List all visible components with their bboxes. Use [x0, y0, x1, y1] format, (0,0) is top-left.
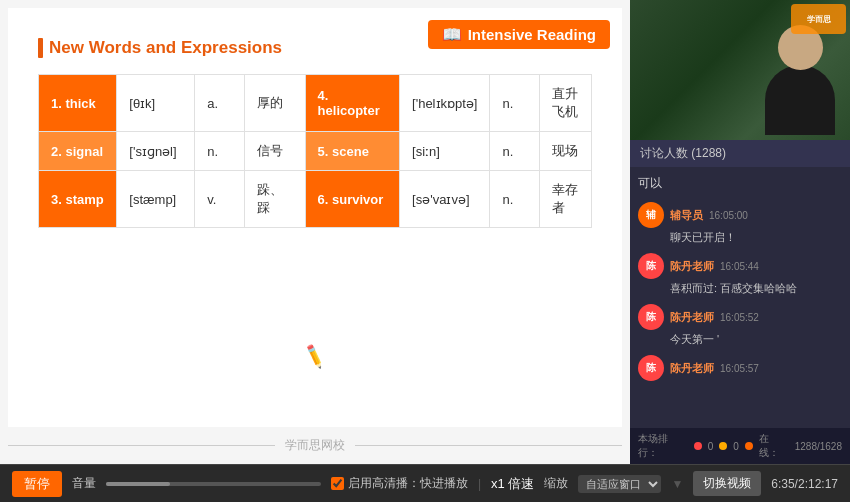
- speed-button[interactable]: x1 倍速: [491, 475, 534, 493]
- word-cell-right: 4. helicopter: [305, 75, 399, 132]
- pos-right: n.: [490, 132, 540, 171]
- webcam-bg: 学而思: [630, 0, 850, 140]
- table-row: 1. thick [θɪk] a. 厚的 4. helicopter ['hel…: [39, 75, 592, 132]
- phonetic-cell: [stæmp]: [117, 171, 195, 228]
- divider2: ▼: [671, 477, 683, 491]
- table-row: 2. signal ['sɪɡnəl] n. 信号 5. scene [siːn…: [39, 132, 592, 171]
- pause-button[interactable]: 暂停: [12, 471, 62, 497]
- volume-slider[interactable]: [106, 482, 321, 486]
- watermark-text: 学而思网校: [285, 437, 345, 454]
- word-cell-right: 5. scene: [305, 132, 399, 171]
- meaning-right: 幸存者: [540, 171, 592, 228]
- meaning-right: 现场: [540, 132, 592, 171]
- sidebar-footer: 本场排行： 0 0 在线： 1288/1628: [630, 428, 850, 464]
- chat-message: 陈 陈丹老师 16:05:57: [638, 355, 842, 381]
- chat-text: 喜积而过: 百感交集哈哈哈: [670, 281, 842, 296]
- word-cell: 2. signal: [39, 132, 117, 171]
- pos-right: n.: [490, 171, 540, 228]
- chat-message: 辅 辅导员 16:05:00 聊天已开启！: [638, 202, 842, 245]
- phonetic-cell-right: [siːn]: [400, 132, 490, 171]
- avatar: 陈: [638, 304, 664, 330]
- vocab-table: 1. thick [θɪk] a. 厚的 4. helicopter ['hel…: [38, 74, 592, 228]
- chat-message: 陈 陈丹老师 16:05:44 喜积而过: 百感交集哈哈哈: [638, 253, 842, 296]
- red-dot-icon: [694, 442, 702, 450]
- meaning-left: 信号: [245, 132, 305, 171]
- avatar: 陈: [638, 253, 664, 279]
- chat-msg-header: 陈 陈丹老师 16:05:44: [638, 253, 842, 279]
- chat-name: 陈丹老师: [670, 361, 714, 376]
- chat-name: 辅导员: [670, 208, 703, 223]
- chat-area: 讨论人数 (1288) 可以 辅 辅导员 16:05:00 聊天已: [630, 140, 850, 464]
- chat-message: 陈 陈丹老师 16:05:52 今天第一 ': [638, 304, 842, 347]
- chat-time: 16:05:00: [709, 210, 748, 221]
- controls-bar: 暂停 音量 启用高清播：快进播放 | x1 倍速 缩放 自适应窗口 ▼ 切换视频…: [0, 464, 850, 502]
- chat-message-simple: 可以: [638, 173, 842, 194]
- chat-name: 陈丹老师: [670, 310, 714, 325]
- teacher-body: [765, 65, 835, 135]
- chat-text: 聊天已开启！: [670, 230, 842, 245]
- title-bar-decoration: [38, 38, 43, 58]
- footer-label: 本场排行：: [638, 432, 688, 460]
- slide-area: 📖 Intensive Reading New Words and Expres…: [0, 0, 630, 464]
- chat-name: 陈丹老师: [670, 259, 714, 274]
- phonetic-cell-right: ['helɪkɒptə]: [400, 75, 490, 132]
- word-cell: 3. stamp: [39, 171, 117, 228]
- orange-dot-icon: [745, 442, 753, 450]
- yellow-dot-icon: [719, 442, 727, 450]
- chat-header: 讨论人数 (1288): [630, 140, 850, 167]
- chat-msg-header: 辅 辅导员 16:05:00: [638, 202, 842, 228]
- section-title-text: New Words and Expressions: [49, 38, 282, 58]
- chat-time: 16:05:52: [720, 312, 759, 323]
- pos-left: n.: [195, 132, 245, 171]
- avatar: 陈: [638, 355, 664, 381]
- meaning-def: 厚的: [245, 75, 305, 132]
- ir-banner: 📖 Intensive Reading: [428, 20, 610, 49]
- pos-right: n.: [490, 75, 540, 132]
- time-display: 6:35/2:12:17: [771, 477, 838, 491]
- switch-video-button[interactable]: 切换视频: [693, 471, 761, 496]
- chat-messages[interactable]: 可以 辅 辅导员 16:05:00 聊天已开启！: [630, 167, 850, 428]
- pos-left: v.: [195, 171, 245, 228]
- avatar: 辅: [638, 202, 664, 228]
- hd-label-text: 启用高清播：快进播放: [348, 475, 468, 492]
- sidebar: 学而思 讨论人数 (1288) 可以 辅: [630, 0, 850, 464]
- watermark: 学而思网校: [8, 431, 622, 460]
- meaning-left: 跺、踩: [245, 171, 305, 228]
- online-label: 在线：: [759, 432, 789, 460]
- phonetic-cell: [θɪk]: [117, 75, 195, 132]
- slide-content: 📖 Intensive Reading New Words and Expres…: [8, 8, 622, 427]
- word-cell: 1. thick: [39, 75, 117, 132]
- book-icon: 📖: [442, 25, 462, 44]
- viewer-count: 讨论人数 (1288): [640, 145, 726, 162]
- pencil-cursor-icon: ✏️: [300, 342, 328, 370]
- meaning-cell: a.: [195, 75, 245, 132]
- phonetic-cell: ['sɪɡnəl]: [117, 132, 195, 171]
- hd-checkbox-label[interactable]: 启用高清播：快进播放: [331, 475, 468, 492]
- webcam-area: 学而思: [630, 0, 850, 140]
- hd-checkbox[interactable]: [331, 477, 344, 490]
- zoom-label: 缩放: [544, 475, 568, 492]
- chat-msg-header: 陈 陈丹老师 16:05:57: [638, 355, 842, 381]
- chat-time: 16:05:57: [720, 363, 759, 374]
- chat-text: 今天第一 ': [670, 332, 842, 347]
- divider: |: [478, 477, 481, 491]
- meaning-right: 直升飞机: [540, 75, 592, 132]
- ir-title: Intensive Reading: [468, 26, 596, 43]
- phonetic-cell-right: [sə'vaɪvə]: [400, 171, 490, 228]
- school-logo: 学而思: [791, 4, 846, 34]
- table-row: 3. stamp [stæmp] v. 跺、踩 6. survivor [sə'…: [39, 171, 592, 228]
- volume-label: 音量: [72, 475, 96, 492]
- zoom-select[interactable]: 自适应窗口: [578, 475, 661, 493]
- simple-text: 可以: [638, 173, 842, 194]
- chat-time: 16:05:44: [720, 261, 759, 272]
- word-cell-right: 6. survivor: [305, 171, 399, 228]
- volume-fill: [106, 482, 170, 486]
- chat-msg-header: 陈 陈丹老师 16:05:52: [638, 304, 842, 330]
- teacher-figure: [760, 20, 840, 140]
- online-count: 1288/1628: [795, 441, 842, 452]
